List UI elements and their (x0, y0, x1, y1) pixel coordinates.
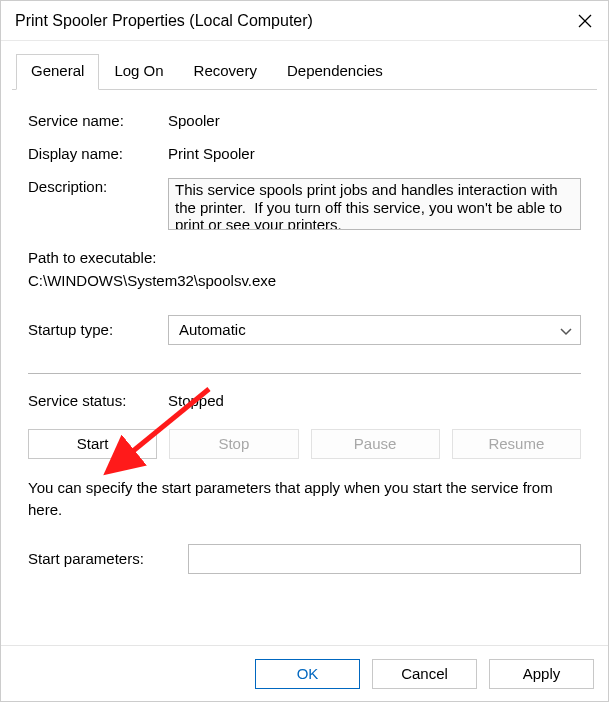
ok-button[interactable]: OK (255, 659, 360, 689)
close-icon (578, 14, 592, 28)
service-control-buttons: Start Stop Pause Resume (28, 429, 581, 459)
tab-recovery[interactable]: Recovery (179, 54, 272, 90)
start-params-note: You can specify the start parameters tha… (28, 477, 581, 522)
tab-logon[interactable]: Log On (99, 54, 178, 90)
start-button[interactable]: Start (28, 429, 157, 459)
value-path: C:\WINDOWS\System32\spoolsv.exe (28, 269, 581, 292)
startup-type-value: Automatic (179, 321, 246, 338)
tab-strip: General Log On Recovery Dependencies (12, 53, 597, 90)
label-service-name: Service name: (28, 112, 168, 129)
label-display-name: Display name: (28, 145, 168, 162)
titlebar: Print Spooler Properties (Local Computer… (1, 1, 608, 41)
description-textarea[interactable]: This service spools print jobs and handl… (168, 178, 581, 230)
row-service-status: Service status: Stopped (28, 392, 581, 409)
cancel-button[interactable]: Cancel (372, 659, 477, 689)
pause-button: Pause (311, 429, 440, 459)
tab-dependencies[interactable]: Dependencies (272, 54, 398, 90)
row-startup-type: Startup type: Automatic (28, 315, 581, 345)
tab-body-general: Service name: Spooler Display name: Prin… (12, 90, 597, 596)
startup-type-select[interactable]: Automatic (168, 315, 581, 345)
resume-button: Resume (452, 429, 581, 459)
value-service-status: Stopped (168, 392, 224, 409)
dialog-content: General Log On Recovery Dependencies Ser… (1, 41, 608, 596)
chevron-down-icon (560, 321, 572, 338)
tab-general[interactable]: General (16, 54, 99, 90)
apply-button[interactable]: Apply (489, 659, 594, 689)
stop-button: Stop (169, 429, 298, 459)
row-description: Description: This service spools print j… (28, 178, 581, 230)
label-service-status: Service status: (28, 392, 168, 409)
start-parameters-input[interactable] (188, 544, 581, 574)
row-start-parameters: Start parameters: (28, 544, 581, 574)
row-service-name: Service name: Spooler (28, 112, 581, 129)
value-display-name: Print Spooler (168, 145, 581, 162)
separator (28, 373, 581, 374)
path-block: Path to executable: C:\WINDOWS\System32\… (28, 246, 581, 293)
close-button[interactable] (562, 1, 608, 41)
label-description: Description: (28, 178, 168, 195)
label-startup-type: Startup type: (28, 321, 168, 338)
value-service-name: Spooler (168, 112, 581, 129)
row-display-name: Display name: Print Spooler (28, 145, 581, 162)
label-path: Path to executable: (28, 246, 581, 269)
window-title: Print Spooler Properties (Local Computer… (15, 12, 562, 30)
dialog-button-bar: OK Cancel Apply (1, 645, 608, 701)
label-start-parameters: Start parameters: (28, 550, 188, 567)
